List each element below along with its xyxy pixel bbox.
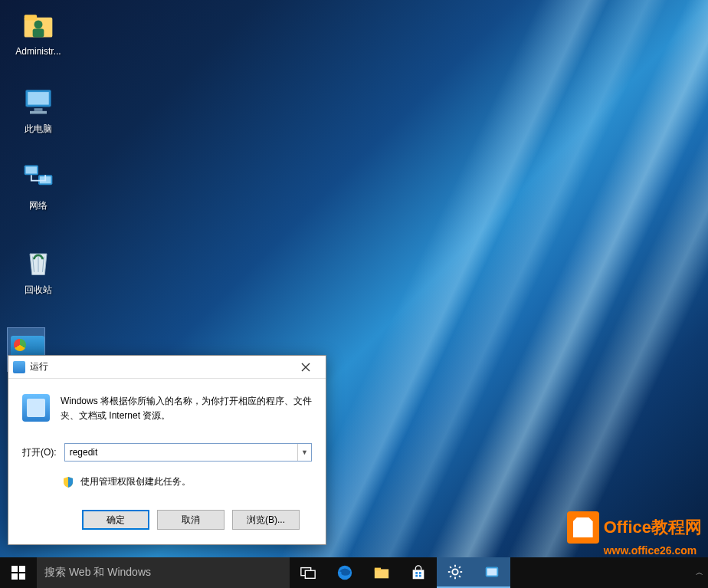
windows-logo-icon — [11, 566, 25, 580]
svg-rect-12 — [11, 566, 18, 572]
svg-rect-24 — [415, 575, 418, 577]
desktop-icon-recycle-bin[interactable]: 回收站 — [8, 244, 69, 297]
svg-line-31 — [450, 567, 451, 568]
svg-rect-20 — [375, 568, 381, 571]
svg-point-26 — [452, 569, 457, 574]
browse-button[interactable]: 浏览(B)... — [232, 510, 300, 530]
close-button[interactable] — [290, 358, 321, 376]
system-tray[interactable]: ︿ — [691, 557, 708, 588]
chevron-down-icon[interactable]: ▼ — [297, 444, 311, 461]
desktop-icon-this-pc[interactable]: 此电脑 — [8, 83, 69, 136]
run-dialog: 运行 Windows 将根据你所输入的名称，为你打开相应的程序、文件夹、文档或 … — [8, 355, 326, 545]
watermark-line2: www.office26.com — [604, 545, 702, 556]
run-app-icon — [13, 361, 25, 373]
taskbar-explorer[interactable] — [363, 557, 400, 588]
open-combobox[interactable]: ▼ — [64, 443, 312, 462]
edge-icon — [336, 564, 353, 581]
close-icon — [301, 363, 310, 372]
run-dialog-title: 运行 — [30, 360, 290, 373]
watermark-icon — [567, 511, 599, 544]
computer-icon — [20, 83, 57, 120]
watermark-line1: Office教程网 — [604, 517, 702, 537]
svg-rect-36 — [487, 568, 497, 575]
svg-point-2 — [34, 21, 43, 29]
svg-rect-7 — [30, 111, 47, 114]
svg-line-32 — [459, 576, 461, 577]
svg-rect-5 — [28, 92, 49, 104]
watermark: Office教程网 www.office26.com — [567, 511, 702, 556]
run-dialog-titlebar[interactable]: 运行 — [8, 356, 326, 379]
desktop-icon-label: 此电脑 — [8, 123, 69, 136]
run-dialog-description: Windows 将根据你所输入的名称，为你打开相应的程序、文件夹、文档或 Int… — [61, 394, 312, 423]
shield-icon — [62, 476, 74, 488]
open-label: 打开(O): — [22, 446, 57, 459]
start-button[interactable] — [0, 557, 37, 588]
run-dialog-icon — [22, 394, 50, 422]
recycle-bin-icon — [20, 244, 57, 281]
svg-rect-14 — [11, 573, 18, 580]
svg-rect-15 — [19, 573, 25, 580]
desktop-icon-network[interactable]: 网络 — [8, 159, 69, 212]
user-folder-icon — [20, 6, 57, 43]
svg-rect-25 — [419, 575, 421, 577]
svg-rect-6 — [34, 108, 43, 111]
admin-note: 使用管理权限创建此任务。 — [80, 475, 191, 488]
open-input[interactable] — [64, 443, 312, 462]
svg-line-33 — [450, 576, 451, 577]
search-placeholder: 搜索 Web 和 Windows — [44, 566, 151, 580]
cancel-button[interactable]: 取消 — [157, 510, 225, 530]
svg-rect-13 — [19, 566, 25, 572]
svg-rect-17 — [305, 570, 315, 578]
taskbar-search[interactable]: 搜索 Web 和 Windows — [37, 557, 290, 588]
svg-line-34 — [459, 567, 461, 568]
taskbar-settings[interactable] — [437, 557, 474, 588]
desktop-icon-label: 回收站 — [8, 284, 69, 297]
taskbar: 搜索 Web 和 Windows ︿ — [0, 557, 708, 588]
store-icon — [410, 564, 427, 581]
svg-rect-3 — [33, 29, 44, 38]
folder-icon — [373, 564, 390, 581]
ok-button[interactable]: 确定 — [82, 510, 149, 530]
desktop-icon-user[interactable]: Administr... — [8, 6, 69, 57]
tray-chevron-up-icon[interactable]: ︿ — [696, 567, 703, 578]
svg-rect-9 — [26, 166, 38, 173]
task-view-icon — [300, 564, 316, 581]
gear-icon — [447, 563, 464, 580]
desktop-icon-label: Administr... — [8, 46, 69, 57]
svg-rect-22 — [415, 572, 418, 574]
taskbar-run[interactable] — [474, 557, 510, 588]
run-task-icon — [483, 563, 500, 580]
task-view-button[interactable] — [290, 557, 326, 588]
svg-rect-23 — [419, 572, 421, 574]
svg-rect-21 — [413, 570, 424, 579]
network-icon — [20, 159, 57, 196]
taskbar-edge[interactable] — [326, 557, 363, 588]
svg-rect-1 — [25, 15, 37, 20]
desktop-icon-label: 网络 — [8, 199, 69, 212]
taskbar-store[interactable] — [400, 557, 437, 588]
